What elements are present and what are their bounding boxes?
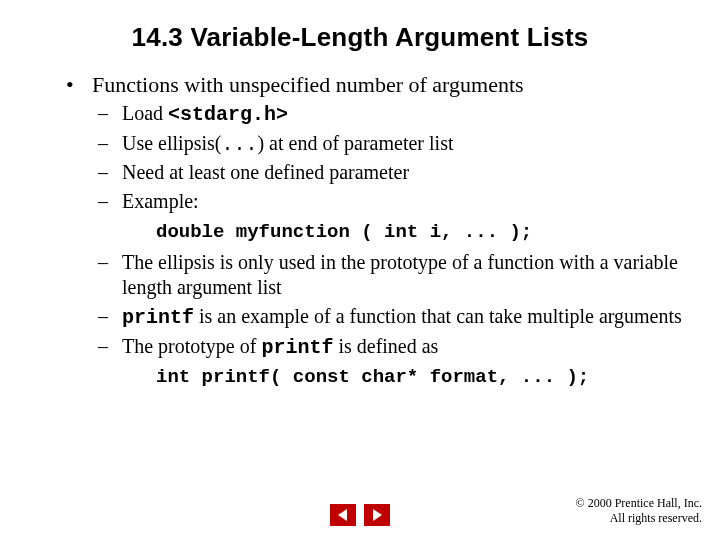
inline-code: ... [221, 133, 257, 156]
inline-code: <stdarg.h> [168, 103, 288, 126]
prev-button[interactable] [330, 504, 356, 526]
sub-text: Use ellipsis( [122, 132, 221, 154]
slide-title: 14.3 Variable-Length Argument Lists [0, 22, 720, 53]
sub-item: Need at least one defined parameter [92, 160, 720, 186]
sub-text: Load [122, 102, 168, 124]
code-example: int printf( const char* format, ... ); [156, 363, 720, 393]
sub-text: Example: [122, 190, 199, 212]
arrow-right-icon [370, 508, 384, 522]
sub-text: is defined as [333, 335, 438, 357]
next-button[interactable] [364, 504, 390, 526]
nav-arrows [330, 504, 390, 526]
sub-item: Load <stdarg.h> [92, 101, 720, 128]
bullet-list: Functions with unspecified number of arg… [62, 71, 720, 394]
footer: © 2000 Prentice Hall, Inc. All rights re… [0, 488, 720, 528]
sub-item: The prototype of printf is defined as [92, 334, 720, 361]
code-example: double myfunction ( int i, ... ); [156, 218, 720, 248]
sub-list: Load <stdarg.h> Use ellipsis(...) at end… [92, 101, 720, 214]
copyright-symbol: © [576, 496, 585, 510]
sub-item: The ellipsis is only used in the prototy… [92, 250, 720, 301]
svg-marker-1 [373, 509, 382, 521]
sub-text: The prototype of [122, 335, 261, 357]
sub-text: ) at end of parameter list [257, 132, 453, 154]
sub-text: The ellipsis is only used in the prototy… [122, 251, 678, 299]
arrow-left-icon [336, 508, 350, 522]
svg-marker-0 [338, 509, 347, 521]
sub-item: printf is an example of a function that … [92, 304, 720, 331]
inline-code: printf [261, 336, 333, 359]
sub-list: The ellipsis is only used in the prototy… [92, 250, 720, 360]
copyright-line1: 2000 Prentice Hall, Inc. [585, 496, 702, 510]
sub-item: Example: [92, 189, 720, 215]
sub-text: is an example of a function that can tak… [194, 305, 682, 327]
copyright: © 2000 Prentice Hall, Inc. All rights re… [576, 496, 702, 526]
bullet-item: Functions with unspecified number of arg… [62, 71, 720, 394]
sub-item: Use ellipsis(...) at end of parameter li… [92, 131, 720, 158]
bullet-text: Functions with unspecified number of arg… [92, 72, 524, 97]
inline-code: printf [122, 306, 194, 329]
copyright-line2: All rights reserved. [610, 511, 702, 525]
sub-text: Need at least one defined parameter [122, 161, 409, 183]
